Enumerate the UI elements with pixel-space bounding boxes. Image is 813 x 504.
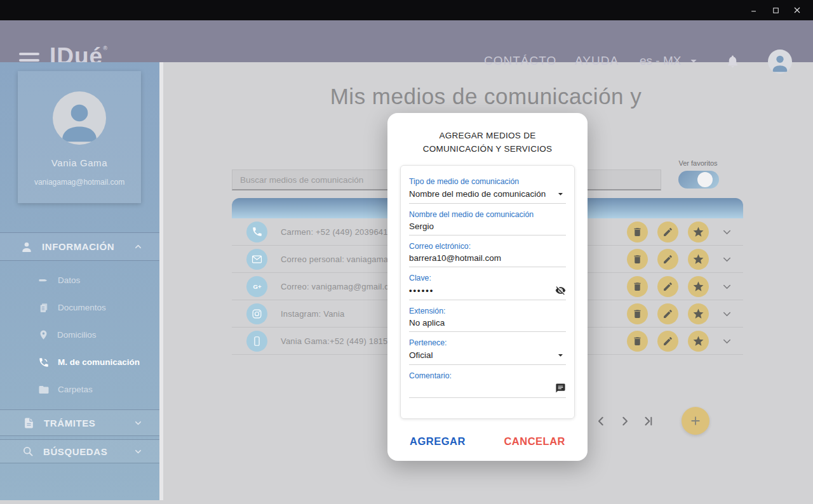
next-page-icon[interactable]	[617, 413, 632, 429]
folder-icon	[38, 384, 50, 395]
sidebar-section-busquedas[interactable]: BÚSQUEDAS	[0, 439, 159, 463]
cancelar-button[interactable]: CANCELAR	[504, 435, 565, 448]
field-value[interactable]: Oficial	[409, 350, 555, 360]
field-label: Nombre del medio de comunicación	[409, 210, 566, 219]
window-titlebar	[0, 0, 813, 20]
edit-button[interactable]	[657, 331, 678, 352]
favorite-button[interactable]	[688, 331, 709, 352]
field-label: Extensión:	[409, 307, 566, 315]
field-value[interactable]: Sergio	[409, 222, 566, 231]
favorite-button[interactable]	[688, 303, 709, 324]
delete-button[interactable]	[627, 331, 648, 352]
svg-text:G+: G+	[253, 283, 261, 290]
eye-off-icon[interactable]	[555, 285, 566, 296]
mobile-icon	[246, 331, 267, 352]
last-page-icon[interactable]	[640, 413, 655, 429]
phone-icon	[246, 222, 267, 242]
edit-button[interactable]	[657, 303, 678, 324]
delete-button[interactable]	[627, 303, 648, 324]
search-icon	[22, 445, 34, 458]
person-icon	[20, 241, 33, 253]
row-text: Carmen: +52 (449) 2039641	[281, 227, 388, 237]
row-expand-chevron-icon[interactable]	[718, 308, 735, 320]
row-expand-chevron-icon[interactable]	[718, 335, 735, 347]
field-label: Clave:	[409, 274, 566, 282]
document-icon	[23, 417, 35, 429]
row-text: Instagram: Vania	[281, 309, 345, 319]
row-text: Correo personal: vaniagamag@	[281, 255, 401, 264]
field-value[interactable]: barrera10@hotmail.com	[409, 253, 566, 263]
row-expand-chevron-icon[interactable]	[718, 253, 735, 265]
edit-button[interactable]	[657, 249, 678, 270]
previous-page-icon[interactable]	[593, 413, 608, 429]
sidebar-item-documentos[interactable]: Documentos	[0, 294, 159, 321]
add-button[interactable]	[682, 407, 709, 435]
sidebar-item-label: Datos	[58, 275, 80, 285]
sidebar-item-label: Carpetas	[58, 385, 93, 394]
maximize-icon[interactable]	[765, 2, 786, 18]
field-value[interactable]: ••••••	[409, 286, 555, 295]
sidebar-item-label: M. de comunicación	[58, 357, 140, 367]
dropdown-caret-icon[interactable]	[555, 189, 566, 199]
delete-button[interactable]	[627, 249, 648, 270]
sidebar-informacion-items: Datos Documentos Domicilios M. de comuni…	[0, 267, 159, 403]
row-expand-chevron-icon[interactable]	[718, 226, 735, 238]
sidebar-item-carpetas[interactable]: Carpetas	[0, 376, 159, 403]
language-value: es - MX	[640, 54, 681, 68]
add-communication-modal: AGREGAR MEDIOS DE COMUNICACIÓN Y SERVICI…	[387, 113, 588, 461]
toggle-knob	[697, 172, 713, 187]
delete-button[interactable]	[627, 222, 648, 242]
chevron-down-icon	[133, 418, 143, 428]
caret-down-icon	[687, 55, 700, 67]
field-label: Comentario:	[409, 371, 566, 380]
profile-name: Vania Gama	[18, 157, 141, 168]
chevron-down-icon	[133, 447, 143, 456]
instagram-icon	[246, 303, 267, 324]
form-field: Extensión: No aplica	[409, 300, 566, 332]
sidebar-item-m-de-comunicaci-n[interactable]: M. de comunicación	[0, 348, 159, 376]
notifications-bell-icon[interactable]	[725, 54, 740, 70]
comment-icon[interactable]	[555, 383, 566, 394]
user-avatar[interactable]	[768, 50, 792, 74]
section-label: INFORMACIÓN	[42, 241, 114, 252]
language-selector[interactable]: es - MX	[640, 54, 700, 68]
form-field: Correo elctrónico: barrera10@hotmail.com	[409, 235, 566, 267]
nav-ayuda[interactable]: AYUDA	[575, 54, 619, 68]
sidebar-section-informacion[interactable]: INFORMACIÓN	[0, 232, 159, 261]
edit-button[interactable]	[657, 222, 678, 242]
minimize-icon[interactable]	[743, 2, 765, 18]
edit-button[interactable]	[657, 276, 678, 297]
sidebar-section-tramites[interactable]: TRÁMITES	[0, 409, 159, 436]
field-label: Correo elctrónico:	[409, 242, 566, 251]
form-field: Tipo de medio de comunicación Nombre del…	[409, 171, 566, 204]
nav-contacto[interactable]: CONTÁCTO	[484, 54, 556, 68]
row-text: Correo: vanigamag@gmail.com	[281, 282, 400, 291]
section-label: TRÁMITES	[44, 418, 95, 428]
modal-actions: AGREGAR CANCELAR	[387, 435, 588, 448]
field-value[interactable]: No aplica	[409, 318, 566, 328]
agregar-button[interactable]: AGREGAR	[410, 435, 466, 448]
row-expand-chevron-icon[interactable]	[718, 281, 735, 293]
favorite-button[interactable]	[688, 249, 709, 270]
field-value[interactable]: Nombre del medio de comunicación	[409, 189, 555, 199]
page-title: Mis medios de comunicación y	[210, 84, 762, 109]
email-icon	[246, 249, 267, 270]
favorite-button[interactable]	[688, 276, 709, 297]
close-icon[interactable]	[786, 2, 808, 18]
card-icon	[38, 275, 50, 286]
delete-button[interactable]	[627, 276, 648, 297]
sidebar-item-domicilios[interactable]: Domicilios	[0, 321, 159, 348]
form-field: Nombre del medio de comunicación Sergio	[409, 204, 566, 235]
sidebar-item-datos[interactable]: Datos	[0, 267, 159, 294]
phone-call-icon	[38, 357, 50, 368]
sidebar-item-label: Domicilios	[57, 330, 97, 340]
sidebar: Vania Gama vaniagamag@hotmail.com INFORM…	[0, 62, 159, 500]
google-plus-icon: G+	[246, 276, 267, 297]
profile-email: vaniagamag@hotmail.com	[18, 178, 141, 187]
favorites-toggle[interactable]	[678, 171, 719, 189]
dropdown-caret-icon[interactable]	[555, 350, 566, 361]
row-text: Vania Gama:+52 (449) 181515	[281, 336, 397, 346]
profile-card: Vania Gama vaniagamag@hotmail.com	[18, 71, 141, 203]
favorite-button[interactable]	[688, 222, 709, 242]
section-label: BÚSQUEDAS	[43, 446, 107, 457]
